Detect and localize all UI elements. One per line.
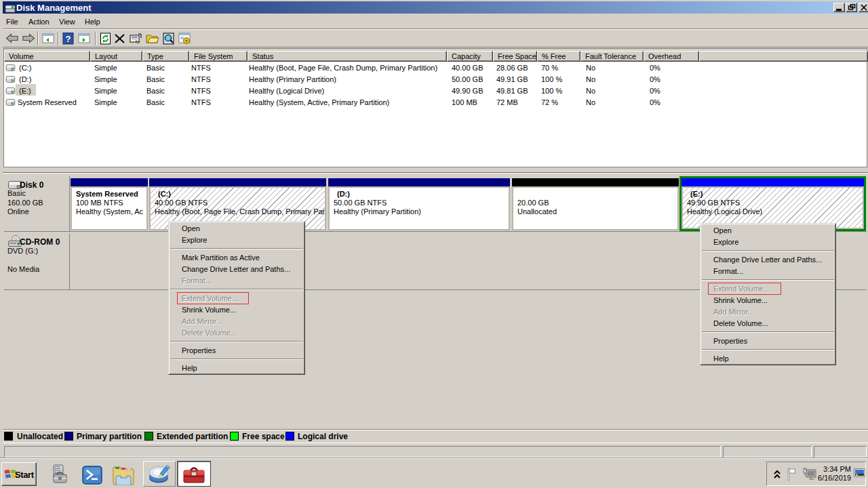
- svg-text:?: ?: [66, 34, 71, 44]
